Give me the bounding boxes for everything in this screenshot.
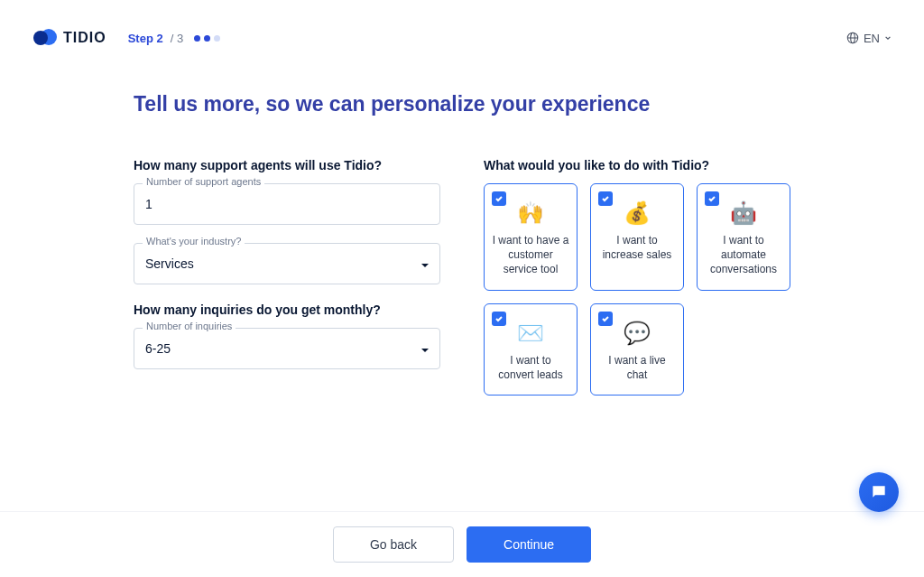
logo-mark (32, 25, 58, 51)
step-indicator: Step 2 / 3 (128, 32, 220, 45)
goals-label: What would you like to do with Tidio? (484, 158, 790, 172)
goal-card-label: I want to convert leads (492, 353, 569, 382)
robot-icon: 🤖 (730, 200, 757, 226)
chat-bubble-icon: 💬 (624, 321, 651, 346)
step-current: Step 2 (128, 32, 163, 45)
goal-card-automate[interactable]: 🤖 I want to automate conversations (697, 183, 790, 291)
step-dot-3 (214, 35, 220, 42)
goal-card-label: I want to have a customer service tool (492, 233, 569, 277)
agents-label: How many support agents will use Tidio? (134, 158, 440, 172)
go-back-button[interactable]: Go back (333, 526, 454, 563)
checkbox-checked-icon (492, 191, 506, 206)
chat-icon (870, 483, 888, 501)
agents-field-label: Number of support agents (143, 176, 264, 187)
language-selector[interactable]: EN (846, 32, 892, 45)
brand-logo: TIDIO (32, 25, 106, 51)
agents-input[interactable] (134, 183, 440, 225)
goal-card-convert-leads[interactable]: ✉️ I want to convert leads (484, 303, 578, 396)
money-bag-icon: 💰 (624, 200, 651, 226)
goal-card-live-chat[interactable]: 💬 I want a live chat (590, 303, 684, 396)
chat-fab-button[interactable] (859, 472, 899, 512)
goal-card-customer-service[interactable]: 🙌 I want to have a customer service tool (484, 183, 578, 291)
footer-bar: Go back Continue (0, 511, 924, 577)
goal-card-increase-sales[interactable]: 💰 I want to increase sales (590, 183, 684, 291)
brand-name: TIDIO (63, 30, 106, 46)
industry-field-label: What's your industry? (143, 236, 245, 247)
svg-point-1 (33, 31, 48, 45)
checkbox-checked-icon (705, 191, 719, 206)
page-title: Tell us more, so we can personalize your… (134, 92, 790, 116)
inquiries-field-label: Number of inquiries (143, 321, 236, 331)
checkbox-checked-icon (492, 312, 506, 326)
step-dot-1 (194, 35, 200, 42)
inquiries-select[interactable]: 6-25 (134, 328, 440, 369)
step-dots (194, 35, 220, 42)
industry-select[interactable]: Services (134, 243, 440, 284)
checkbox-checked-icon (598, 312, 613, 326)
goal-card-label: I want to increase sales (598, 233, 676, 262)
language-label: EN (864, 32, 880, 45)
hands-icon: 🙌 (517, 200, 544, 226)
goal-card-label: I want to automate conversations (705, 233, 782, 277)
goal-card-label: I want a live chat (598, 353, 676, 382)
inquiries-label: How many inquiries do you get monthly? (134, 302, 440, 317)
step-dot-2 (204, 35, 210, 42)
globe-icon (846, 32, 859, 44)
continue-button[interactable]: Continue (467, 526, 591, 563)
envelope-icon: ✉️ (517, 321, 544, 346)
step-total: / 3 (171, 32, 183, 45)
checkbox-checked-icon (598, 191, 613, 206)
chevron-down-icon (884, 34, 892, 42)
